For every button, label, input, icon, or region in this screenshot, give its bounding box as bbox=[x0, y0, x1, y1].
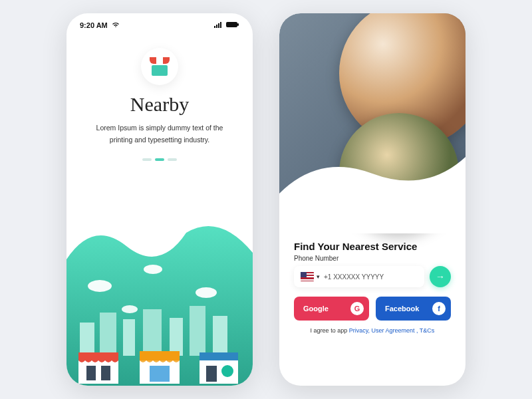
status-bar: 9:20 AM bbox=[66, 13, 253, 32]
page-dot-active[interactable] bbox=[155, 158, 164, 161]
svg-rect-12 bbox=[123, 319, 135, 356]
hero-collage bbox=[279, 13, 466, 233]
google-icon: G bbox=[350, 302, 364, 315]
signal-icon bbox=[214, 21, 223, 29]
facebook-icon: f bbox=[432, 302, 446, 315]
login-screen: Find Your Nearest Service Phone Number ▾… bbox=[279, 13, 466, 386]
svg-rect-0 bbox=[214, 26, 215, 28]
city-illustration bbox=[66, 206, 253, 386]
svg-rect-22 bbox=[140, 351, 180, 360]
svg-rect-19 bbox=[86, 366, 96, 380]
terms-text: I agree to app Privacy, User Agreement ,… bbox=[294, 327, 451, 334]
battery-icon bbox=[226, 21, 239, 29]
terms-links[interactable]: Privacy, User Agreement , T&Cs bbox=[349, 327, 435, 334]
arrow-right-icon: → bbox=[436, 271, 445, 282]
facebook-login-button[interactable]: Facebook f bbox=[376, 297, 451, 321]
onboarding-screen: 9:20 AM Nearby Lorem Ipsum is simply dum… bbox=[66, 13, 253, 386]
svg-point-7 bbox=[144, 265, 162, 274]
svg-rect-4 bbox=[226, 22, 237, 27]
svg-rect-23 bbox=[150, 366, 170, 382]
chevron-down-icon[interactable]: ▾ bbox=[317, 273, 320, 280]
svg-rect-5 bbox=[237, 23, 239, 26]
svg-point-27 bbox=[221, 365, 233, 377]
svg-rect-13 bbox=[143, 309, 162, 356]
svg-rect-1 bbox=[216, 25, 217, 28]
phone-label: Phone Number bbox=[294, 255, 451, 262]
phone-placeholder: +1 XXXXXX YYYYY bbox=[324, 273, 384, 281]
phone-input[interactable]: ▾ +1 XXXXXX YYYYY bbox=[294, 266, 424, 287]
page-indicator[interactable] bbox=[66, 158, 253, 161]
wifi-icon bbox=[112, 21, 120, 29]
svg-rect-18 bbox=[78, 352, 118, 360]
status-time: 9:20 AM bbox=[80, 21, 108, 29]
svg-rect-20 bbox=[101, 366, 110, 380]
login-form: Find Your Nearest Service Phone Number ▾… bbox=[279, 233, 466, 343]
facebook-label: Facebook bbox=[385, 305, 419, 313]
submit-button[interactable]: → bbox=[430, 266, 451, 287]
form-title: Find Your Nearest Service bbox=[294, 241, 451, 252]
app-logo bbox=[141, 48, 178, 85]
svg-rect-11 bbox=[100, 313, 116, 356]
svg-rect-2 bbox=[218, 23, 219, 28]
page-dot[interactable] bbox=[168, 158, 177, 161]
google-label: Google bbox=[303, 305, 329, 313]
svg-rect-15 bbox=[190, 306, 205, 356]
app-description: Lorem Ipsum is simply dummy text of the … bbox=[66, 122, 253, 146]
app-title: Nearby bbox=[66, 93, 253, 116]
page-dot[interactable] bbox=[142, 158, 152, 161]
svg-rect-25 bbox=[200, 352, 238, 360]
svg-rect-16 bbox=[213, 316, 227, 356]
svg-point-8 bbox=[196, 287, 217, 298]
svg-point-9 bbox=[122, 305, 138, 313]
svg-rect-10 bbox=[80, 323, 94, 356]
svg-rect-26 bbox=[206, 366, 217, 382]
svg-rect-3 bbox=[220, 22, 221, 28]
svg-point-6 bbox=[88, 280, 112, 292]
google-login-button[interactable]: Google G bbox=[294, 297, 369, 321]
store-icon bbox=[150, 57, 170, 76]
svg-rect-14 bbox=[170, 318, 183, 356]
flag-icon[interactable] bbox=[301, 272, 314, 281]
